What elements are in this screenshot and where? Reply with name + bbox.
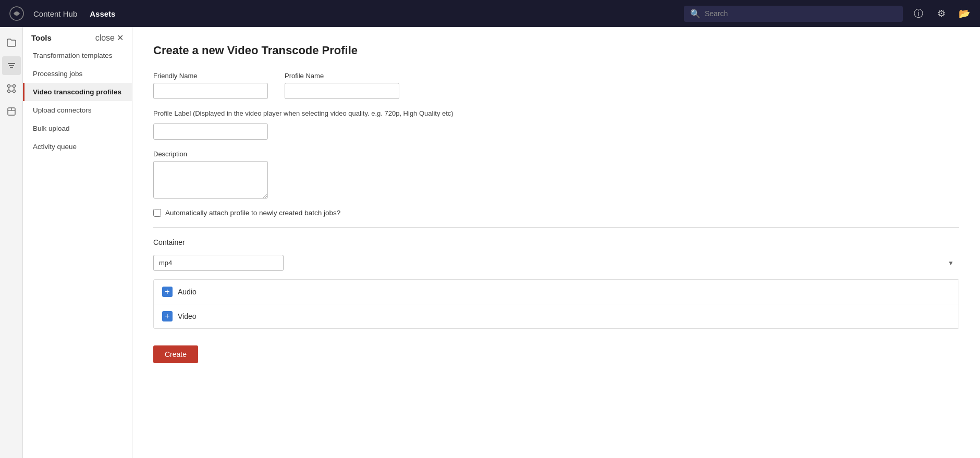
video-label: Video (178, 312, 197, 320)
create-button[interactable]: Create (153, 345, 198, 363)
container-select[interactable]: mp4 mkv avi mov webm (153, 255, 284, 271)
audio-label: Audio (178, 288, 197, 296)
sidebar-icon-folder[interactable] (2, 33, 21, 52)
auto-attach-checkbox[interactable] (153, 209, 161, 217)
close-button[interactable]: close ✕ (95, 34, 124, 42)
top-nav-icons: ⓘ ⚙ 📂 (911, 6, 972, 21)
video-section-row[interactable]: + Video (154, 304, 959, 328)
profile-label-input[interactable] (153, 123, 268, 140)
help-icon[interactable]: ⓘ (911, 6, 926, 21)
description-label: Description (153, 150, 959, 158)
tools-nav: Transformation templates Processing jobs… (23, 46, 132, 156)
page-title: Create a new Video Transcode Profile (153, 44, 959, 57)
svg-point-6 (7, 90, 10, 93)
container-group: Container mp4 mkv avi mov webm ▼ (153, 238, 959, 271)
sidebar-item-video-transcoding-profiles[interactable]: Video transcoding profiles (23, 83, 132, 101)
sidebar-item-upload-connectors[interactable]: Upload connectors (23, 101, 132, 119)
sidebar-icon-connections[interactable] (2, 79, 21, 98)
profile-name-input[interactable] (285, 83, 399, 99)
top-nav: Content Hub Assets 🔍 ⓘ ⚙ 📂 (0, 0, 980, 27)
settings-icon[interactable]: ⚙ (934, 6, 949, 21)
svg-point-5 (13, 85, 15, 88)
sidebar-item-activity-queue[interactable]: Activity queue (23, 138, 132, 156)
svg-point-4 (7, 85, 10, 88)
profile-name-group: Profile Name (285, 72, 399, 99)
sidebar-icon-filter[interactable] (2, 56, 21, 75)
close-icon: ✕ (117, 34, 124, 42)
container-label: Container (153, 238, 959, 246)
sidebar-item-processing-jobs[interactable]: Processing jobs (23, 65, 132, 83)
section-divider (153, 227, 959, 228)
description-textarea[interactable] (153, 161, 268, 199)
friendly-name-input[interactable] (153, 83, 268, 99)
audio-section-row[interactable]: + Audio (154, 280, 959, 304)
description-group: Description (153, 150, 959, 199)
body-wrap: Tools close ✕ Transformation templates P… (0, 27, 980, 458)
auto-attach-label: Automatically attach profile to newly cr… (165, 209, 340, 217)
chevron-down-icon: ▼ (948, 259, 954, 267)
user-icon[interactable]: 📂 (957, 6, 972, 21)
tools-sidebar: Tools close ✕ Transformation templates P… (23, 27, 132, 458)
app-name: Content Hub (33, 9, 77, 18)
friendly-name-label: Friendly Name (153, 72, 268, 80)
sidebar-item-transformation-templates[interactable]: Transformation templates (23, 46, 132, 65)
search-input[interactable] (705, 9, 897, 18)
sidebar-icon-box[interactable] (2, 102, 21, 121)
search-icon: 🔍 (690, 9, 701, 19)
sidebar-item-bulk-upload[interactable]: Bulk upload (23, 119, 132, 138)
profile-name-label: Profile Name (285, 72, 399, 80)
name-row: Friendly Name Profile Name (153, 72, 959, 99)
container-select-wrap: mp4 mkv avi mov webm ▼ (153, 255, 959, 271)
section-label: Assets (90, 9, 115, 18)
profile-label-group: Profile Label (Displayed in the video pl… (153, 109, 959, 140)
video-expand-icon: + (162, 311, 173, 321)
close-label: close (95, 34, 115, 42)
audio-expand-icon: + (162, 287, 173, 297)
friendly-name-group: Friendly Name (153, 72, 268, 99)
icon-sidebar (0, 27, 23, 458)
tools-title: Tools (31, 33, 52, 42)
app-logo (8, 5, 25, 22)
expandable-sections: + Audio + Video (153, 279, 959, 329)
main-content: Create a new Video Transcode Profile Fri… (132, 27, 980, 458)
tools-header: Tools close ✕ (23, 27, 132, 46)
checkbox-row: Automatically attach profile to newly cr… (153, 209, 959, 217)
search-bar[interactable]: 🔍 (684, 6, 903, 22)
svg-point-7 (13, 90, 15, 93)
profile-label-description: Profile Label (Displayed in the video pl… (153, 109, 959, 117)
